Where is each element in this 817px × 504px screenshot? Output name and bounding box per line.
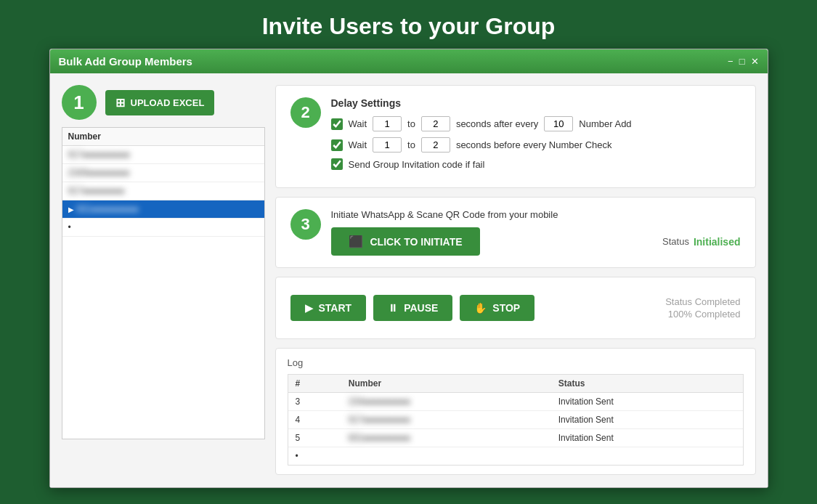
table-row[interactable]: 2349●●●●●●●● (62, 164, 264, 182)
minimize-button[interactable]: − (728, 57, 733, 66)
titlebar: Bulk Add Group Members − □ ✕ (50, 49, 768, 73)
stop-label: STOP (492, 302, 520, 314)
log-card: Log # Number Status 3 (275, 348, 756, 475)
log-cell-bullet: • (288, 447, 341, 466)
step1-panel: 1 ⊞ UPLOAD EXCEL Number 917●●●●●●●●● (62, 85, 265, 476)
table-row[interactable]: 917●●●●●●●●● (62, 146, 264, 164)
delay-min-input[interactable] (373, 116, 402, 131)
log-cell-status: Invitation Sent (551, 393, 743, 411)
app-window: Bulk Add Group Members − □ ✕ 1 ⊞ UPLOAD … (49, 49, 768, 488)
log-title: Log (288, 357, 744, 368)
log-row: 3 234●●●●●●●●● Invitation Sent (288, 393, 743, 411)
excel-icon: ⊞ (115, 96, 125, 110)
wait-label-2: Wait (349, 139, 367, 150)
initiate-button-label: CLICK TO INITIATE (370, 236, 463, 248)
step2-card: 2 Delay Settings Wait to seconds after e… (275, 85, 756, 188)
step1-header: 1 ⊞ UPLOAD EXCEL (62, 85, 265, 120)
status-value: Initialised (694, 236, 741, 248)
delay-every-input[interactable] (544, 116, 573, 131)
stop-button[interactable]: ✋ STOP (460, 295, 534, 321)
delay-row-2: Wait to seconds before every Number Chec… (331, 137, 741, 153)
progress-block: Status Completed 100% Completed (665, 296, 740, 320)
delay-row3-checkbox[interactable] (331, 158, 343, 170)
progress-percentage: 100% Completed (665, 309, 740, 320)
action-bar: ▶ START ⏸ PAUSE ✋ STOP (290, 289, 741, 327)
delay-settings-title: Delay Settings (331, 97, 741, 109)
log-cell-empty (341, 447, 551, 466)
stop-icon: ✋ (474, 302, 487, 314)
table-row-empty[interactable]: • (62, 219, 264, 237)
step3-content: Initiate WhatsApp & Scane QR Code from y… (331, 209, 741, 256)
delay-max-input[interactable] (421, 116, 450, 131)
log-col-num: # (288, 375, 341, 393)
titlebar-title: Bulk Add Group Members (59, 55, 192, 68)
step2-circle: 2 (290, 97, 321, 128)
log-table-header: # Number Status (288, 375, 743, 393)
table-row[interactable]: 917●●●●●●●● (62, 182, 264, 200)
table-cell-number: 2349●●●●●●●● (62, 164, 264, 182)
log-cell-number: 917●●●●●●●●● (341, 411, 551, 429)
number-add-label: Number Add (579, 118, 631, 129)
before-label: seconds before every Number Check (456, 139, 612, 150)
log-cell-num: 3 (288, 393, 341, 411)
click-to-initiate-button[interactable]: ⬛ CLICK TO INITIATE (331, 227, 480, 256)
table-row-selected[interactable]: ▶ 601●●●●●●●●● (62, 200, 264, 219)
log-cell-number: 601●●●●●●●●● (341, 429, 551, 447)
start-label: START (319, 302, 352, 314)
log-row: 5 601●●●●●●●●● Invitation Sent (288, 429, 743, 447)
log-cell-num: 5 (288, 429, 341, 447)
pause-label: PAUSE (404, 302, 438, 314)
action-bar-card: ▶ START ⏸ PAUSE ✋ STOP (275, 277, 756, 339)
log-table-wrap: # Number Status 3 234●●●●●●●●● Invitatio… (288, 374, 744, 466)
initiate-description: Initiate WhatsApp & Scane QR Code from y… (331, 209, 741, 220)
pause-icon: ⏸ (388, 302, 398, 314)
log-cell-status: Invitation Sent (551, 411, 743, 429)
step3-header: 3 Initiate WhatsApp & Scane QR Code from… (290, 209, 741, 256)
numbers-table: Number 917●●●●●●●●● 2349●●●●●●●● 917●●●●… (62, 128, 264, 237)
log-row: 4 917●●●●●●●●● Invitation Sent (288, 411, 743, 429)
pause-button[interactable]: ⏸ PAUSE (373, 295, 452, 321)
table-cell-bullet: • (62, 219, 264, 237)
initiate-status-block: Status Initialised (662, 236, 740, 248)
log-col-number: Number (341, 375, 551, 393)
invitation-label: Send Group Invitation code if fail (349, 159, 485, 170)
delay-row-3: Send Group Invitation code if fail (331, 158, 741, 170)
maximize-button[interactable]: □ (739, 57, 745, 66)
delay-max2-input[interactable] (421, 137, 450, 153)
delay-min2-input[interactable] (373, 137, 402, 153)
step3-circle: 3 (290, 209, 321, 240)
close-button[interactable]: ✕ (751, 57, 759, 66)
log-cell-number: 234●●●●●●●●● (341, 393, 551, 411)
to-label-2: to (407, 139, 415, 150)
log-table: # Number Status 3 234●●●●●●●●● Invitatio… (288, 375, 743, 465)
delay-row-1: Wait to seconds after every Number Add (331, 116, 741, 131)
upload-excel-label: UPLOAD EXCEL (131, 97, 205, 108)
delay-row2-checkbox[interactable] (331, 139, 343, 151)
wait-label-1: Wait (349, 118, 367, 129)
delay-row1-checkbox[interactable] (331, 118, 343, 130)
log-row-empty: • (288, 447, 743, 466)
initiate-icon: ⬛ (349, 235, 363, 248)
right-panel: 2 Delay Settings Wait to seconds after e… (275, 85, 756, 476)
numbers-table-wrap: Number 917●●●●●●●●● 2349●●●●●●●● 917●●●●… (62, 127, 265, 439)
table-cell-number: 917●●●●●●●● (62, 182, 264, 200)
titlebar-controls: − □ ✕ (728, 57, 758, 66)
start-icon: ▶ (305, 302, 313, 314)
after-label-1: seconds after every (456, 118, 538, 129)
table-cell-number: 917●●●●●●●●● (62, 146, 264, 164)
log-cell-num: 4 (288, 411, 341, 429)
step1-circle: 1 (62, 85, 97, 120)
window-body: 1 ⊞ UPLOAD EXCEL Number 917●●●●●●●●● (50, 73, 768, 487)
progress-status-value: Completed (695, 296, 741, 307)
log-cell-status: Invitation Sent (551, 429, 743, 447)
step2-content: Delay Settings Wait to seconds after eve… (331, 97, 741, 176)
upload-excel-button[interactable]: ⊞ UPLOAD EXCEL (105, 90, 215, 115)
table-cell-number: ▶ 601●●●●●●●●● (62, 200, 264, 219)
table-col-number: Number (62, 128, 264, 146)
log-cell-empty2 (551, 447, 743, 466)
page-title: Invite Users to your Group (0, 0, 817, 49)
initiate-row: ⬛ CLICK TO INITIATE Status Initialised (331, 227, 741, 256)
progress-status-label: Status (665, 296, 692, 307)
log-col-status: Status (551, 375, 743, 393)
start-button[interactable]: ▶ START (290, 295, 367, 321)
